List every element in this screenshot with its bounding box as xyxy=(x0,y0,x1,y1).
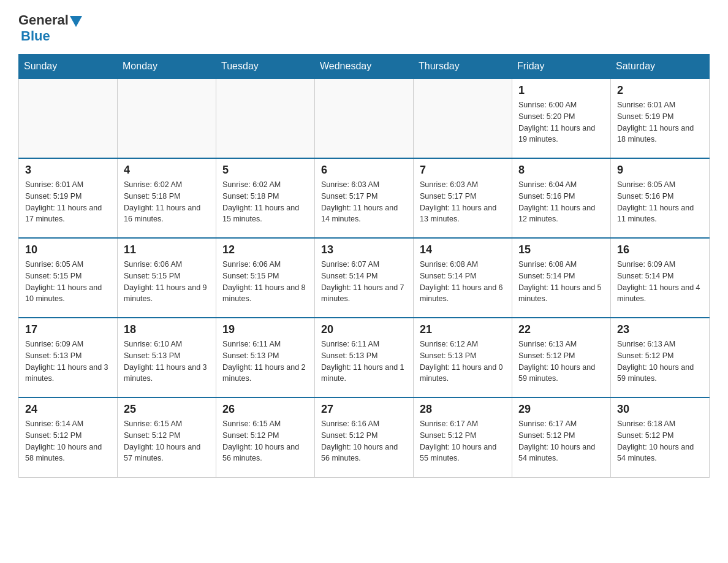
day-number: 5 xyxy=(222,164,308,177)
day-number: 2 xyxy=(617,84,703,97)
day-info: Sunrise: 6:02 AMSunset: 5:18 PMDaylight:… xyxy=(222,179,308,225)
header-row: SundayMondayTuesdayWednesdayThursdayFrid… xyxy=(19,55,710,79)
logo-triangle-icon xyxy=(70,16,82,27)
calendar-body: 1Sunrise: 6:00 AMSunset: 5:20 PMDaylight… xyxy=(19,79,710,477)
day-info: Sunrise: 6:09 AMSunset: 5:14 PMDaylight:… xyxy=(617,259,703,305)
calendar-cell: 29Sunrise: 6:17 AMSunset: 5:12 PMDayligh… xyxy=(512,397,611,477)
calendar-cell: 9Sunrise: 6:05 AMSunset: 5:16 PMDaylight… xyxy=(611,158,710,238)
day-info: Sunrise: 6:08 AMSunset: 5:14 PMDaylight:… xyxy=(420,259,506,305)
day-info: Sunrise: 6:18 AMSunset: 5:12 PMDaylight:… xyxy=(617,418,703,464)
day-info: Sunrise: 6:00 AMSunset: 5:20 PMDaylight:… xyxy=(518,99,604,145)
day-info: Sunrise: 6:06 AMSunset: 5:15 PMDaylight:… xyxy=(222,259,308,305)
calendar-cell: 16Sunrise: 6:09 AMSunset: 5:14 PMDayligh… xyxy=(611,238,710,318)
calendar-cell: 20Sunrise: 6:11 AMSunset: 5:13 PMDayligh… xyxy=(315,318,414,397)
day-info: Sunrise: 6:13 AMSunset: 5:12 PMDaylight:… xyxy=(617,339,703,385)
header-cell-tuesday: Tuesday xyxy=(216,55,315,79)
day-info: Sunrise: 6:01 AMSunset: 5:19 PMDaylight:… xyxy=(25,179,111,225)
calendar-cell xyxy=(315,79,414,158)
logo-general-text: General xyxy=(18,12,69,28)
day-number: 6 xyxy=(321,164,407,177)
calendar-cell: 6Sunrise: 6:03 AMSunset: 5:17 PMDaylight… xyxy=(315,158,414,238)
calendar-cell xyxy=(118,79,216,158)
calendar-cell: 12Sunrise: 6:06 AMSunset: 5:15 PMDayligh… xyxy=(216,238,315,318)
logo-blue-text: Blue xyxy=(21,28,50,44)
calendar-cell: 17Sunrise: 6:09 AMSunset: 5:13 PMDayligh… xyxy=(19,318,118,397)
calendar-cell: 18Sunrise: 6:10 AMSunset: 5:13 PMDayligh… xyxy=(118,318,216,397)
day-info: Sunrise: 6:17 AMSunset: 5:12 PMDaylight:… xyxy=(420,418,506,464)
header-cell-monday: Monday xyxy=(118,55,216,79)
calendar-cell: 21Sunrise: 6:12 AMSunset: 5:13 PMDayligh… xyxy=(414,318,512,397)
day-number: 18 xyxy=(124,323,210,336)
day-number: 7 xyxy=(420,164,506,177)
day-info: Sunrise: 6:14 AMSunset: 5:12 PMDaylight:… xyxy=(25,418,111,464)
calendar-cell: 2Sunrise: 6:01 AMSunset: 5:19 PMDaylight… xyxy=(611,79,710,158)
day-number: 24 xyxy=(25,403,111,416)
day-number: 27 xyxy=(321,403,407,416)
calendar-cell: 19Sunrise: 6:11 AMSunset: 5:13 PMDayligh… xyxy=(216,318,315,397)
day-info: Sunrise: 6:10 AMSunset: 5:13 PMDaylight:… xyxy=(124,339,210,385)
header-cell-friday: Friday xyxy=(512,55,611,79)
calendar-cell: 3Sunrise: 6:01 AMSunset: 5:19 PMDaylight… xyxy=(19,158,118,238)
day-info: Sunrise: 6:16 AMSunset: 5:12 PMDaylight:… xyxy=(321,418,407,464)
calendar-week-5: 24Sunrise: 6:14 AMSunset: 5:12 PMDayligh… xyxy=(19,397,710,477)
logo: General Blue xyxy=(18,12,83,44)
day-info: Sunrise: 6:09 AMSunset: 5:13 PMDaylight:… xyxy=(25,339,111,385)
calendar-header: SundayMondayTuesdayWednesdayThursdayFrid… xyxy=(19,55,710,79)
calendar-table: SundayMondayTuesdayWednesdayThursdayFrid… xyxy=(18,54,710,478)
day-info: Sunrise: 6:01 AMSunset: 5:19 PMDaylight:… xyxy=(617,99,703,145)
calendar-cell: 5Sunrise: 6:02 AMSunset: 5:18 PMDaylight… xyxy=(216,158,315,238)
calendar-cell: 28Sunrise: 6:17 AMSunset: 5:12 PMDayligh… xyxy=(414,397,512,477)
day-info: Sunrise: 6:02 AMSunset: 5:18 PMDaylight:… xyxy=(124,179,210,225)
calendar-cell: 11Sunrise: 6:06 AMSunset: 5:15 PMDayligh… xyxy=(118,238,216,318)
day-number: 15 xyxy=(518,243,604,256)
calendar-cell: 26Sunrise: 6:15 AMSunset: 5:12 PMDayligh… xyxy=(216,397,315,477)
calendar-week-1: 1Sunrise: 6:00 AMSunset: 5:20 PMDaylight… xyxy=(19,79,710,158)
calendar-cell: 14Sunrise: 6:08 AMSunset: 5:14 PMDayligh… xyxy=(414,238,512,318)
day-number: 20 xyxy=(321,323,407,336)
calendar-cell xyxy=(414,79,512,158)
day-number: 10 xyxy=(25,243,111,256)
day-number: 25 xyxy=(124,403,210,416)
calendar-cell: 23Sunrise: 6:13 AMSunset: 5:12 PMDayligh… xyxy=(611,318,710,397)
calendar-cell xyxy=(19,79,118,158)
day-number: 13 xyxy=(321,243,407,256)
day-number: 4 xyxy=(124,164,210,177)
day-info: Sunrise: 6:03 AMSunset: 5:17 PMDaylight:… xyxy=(420,179,506,225)
day-number: 26 xyxy=(222,403,308,416)
day-info: Sunrise: 6:11 AMSunset: 5:13 PMDaylight:… xyxy=(222,339,308,385)
header-cell-wednesday: Wednesday xyxy=(315,55,414,79)
header-cell-saturday: Saturday xyxy=(611,55,710,79)
day-number: 17 xyxy=(25,323,111,336)
calendar-cell: 13Sunrise: 6:07 AMSunset: 5:14 PMDayligh… xyxy=(315,238,414,318)
day-info: Sunrise: 6:15 AMSunset: 5:12 PMDaylight:… xyxy=(124,418,210,464)
calendar-cell: 24Sunrise: 6:14 AMSunset: 5:12 PMDayligh… xyxy=(19,397,118,477)
day-number: 30 xyxy=(617,403,703,416)
day-number: 12 xyxy=(222,243,308,256)
calendar-cell: 7Sunrise: 6:03 AMSunset: 5:17 PMDaylight… xyxy=(414,158,512,238)
calendar-cell: 10Sunrise: 6:05 AMSunset: 5:15 PMDayligh… xyxy=(19,238,118,318)
day-number: 19 xyxy=(222,323,308,336)
day-info: Sunrise: 6:07 AMSunset: 5:14 PMDaylight:… xyxy=(321,259,407,305)
day-number: 11 xyxy=(124,243,210,256)
day-info: Sunrise: 6:05 AMSunset: 5:15 PMDaylight:… xyxy=(25,259,111,305)
day-number: 9 xyxy=(617,164,703,177)
header-cell-thursday: Thursday xyxy=(414,55,512,79)
day-number: 3 xyxy=(25,164,111,177)
day-info: Sunrise: 6:17 AMSunset: 5:12 PMDaylight:… xyxy=(518,418,604,464)
page-header: General Blue xyxy=(18,12,710,44)
day-info: Sunrise: 6:15 AMSunset: 5:12 PMDaylight:… xyxy=(222,418,308,464)
day-info: Sunrise: 6:13 AMSunset: 5:12 PMDaylight:… xyxy=(518,339,604,385)
day-number: 8 xyxy=(518,164,604,177)
calendar-cell xyxy=(216,79,315,158)
calendar-week-3: 10Sunrise: 6:05 AMSunset: 5:15 PMDayligh… xyxy=(19,238,710,318)
day-number: 21 xyxy=(420,323,506,336)
day-info: Sunrise: 6:11 AMSunset: 5:13 PMDaylight:… xyxy=(321,339,407,385)
day-info: Sunrise: 6:05 AMSunset: 5:16 PMDaylight:… xyxy=(617,179,703,225)
day-number: 1 xyxy=(518,84,604,97)
calendar-cell: 4Sunrise: 6:02 AMSunset: 5:18 PMDaylight… xyxy=(118,158,216,238)
calendar-cell: 25Sunrise: 6:15 AMSunset: 5:12 PMDayligh… xyxy=(118,397,216,477)
calendar-cell: 15Sunrise: 6:08 AMSunset: 5:14 PMDayligh… xyxy=(512,238,611,318)
header-cell-sunday: Sunday xyxy=(19,55,118,79)
calendar-cell: 8Sunrise: 6:04 AMSunset: 5:16 PMDaylight… xyxy=(512,158,611,238)
day-number: 22 xyxy=(518,323,604,336)
